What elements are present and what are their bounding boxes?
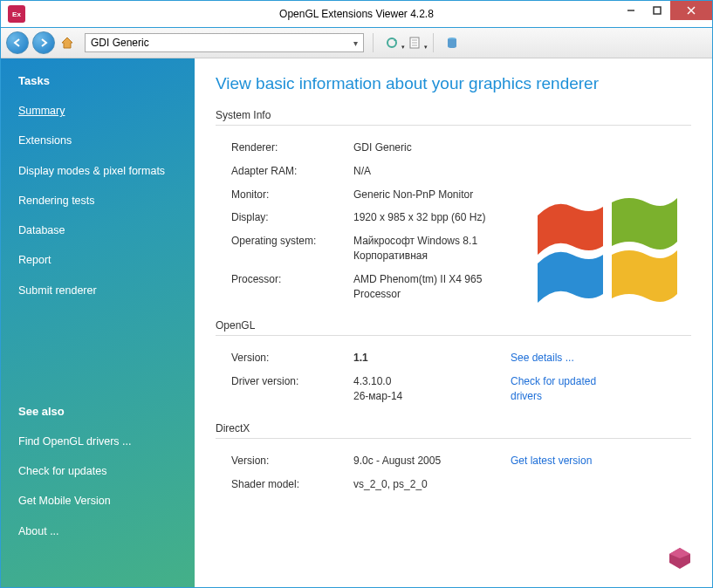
label-renderer: Renderer: — [231, 140, 353, 155]
divider — [216, 335, 691, 336]
opengl-header: OpenGL — [216, 319, 691, 332]
link-see-details[interactable]: See details ... — [511, 351, 574, 366]
value-renderer: GDI Generic — [353, 140, 502, 155]
refresh-button[interactable] — [382, 33, 401, 52]
value-ram: N/A — [353, 164, 502, 179]
label-gl-version: Version: — [231, 351, 353, 366]
value-monitor: Generic Non-PnP Monitor — [353, 188, 502, 202]
forward-button[interactable] — [32, 31, 55, 54]
body-area: Tasks Summary Extensions Display modes &… — [1, 58, 712, 587]
database-icon — [445, 36, 459, 50]
row-dx-shader: Shader model: vs_2_0, ps_2_0 — [216, 473, 691, 496]
sidebar-item-submit-renderer[interactable]: Submit renderer — [1, 276, 195, 305]
label-dx-shader: Shader model: — [231, 477, 353, 492]
arrow-right-icon — [38, 38, 49, 48]
divider — [216, 438, 691, 439]
value-os: Майкрософт Windows 8.1 Корпоративная — [353, 234, 502, 263]
value-gl-driver: 4.3.10.0 26-мар-14 — [353, 374, 502, 404]
windows-logo-icon — [529, 172, 686, 311]
sidebar-tasks-header: Tasks — [1, 71, 195, 96]
label-cpu: Processor: — [231, 272, 353, 287]
minimize-icon — [627, 6, 635, 15]
home-button[interactable] — [58, 34, 76, 51]
sidebar-item-mobile-version[interactable]: Get Mobile Version — [1, 486, 195, 516]
label-gl-driver: Driver version: — [231, 374, 353, 389]
minimize-button[interactable] — [618, 1, 644, 20]
row-gl-version: Version: 1.1 See details ... — [216, 346, 691, 370]
sidebar: Tasks Summary Extensions Display modes &… — [1, 58, 195, 587]
opengl-group: OpenGL Version: 1.1 See details ... Driv… — [216, 319, 691, 407]
link-check-drivers[interactable]: Check for updated drivers — [511, 374, 615, 404]
refresh-icon — [385, 36, 399, 50]
window-title: OpenGL Extensions Viewer 4.2.8 — [279, 8, 434, 20]
label-monitor: Monitor: — [231, 188, 353, 202]
toolbar: GDI Generic — [1, 27, 712, 58]
sidebar-item-database[interactable]: Database — [1, 215, 195, 245]
sidebar-item-extensions[interactable]: Extensions — [1, 126, 195, 155]
row-gl-driver: Driver version: 4.3.10.0 26-мар-14 Check… — [216, 370, 691, 408]
content-area: View basic information about your graphi… — [195, 58, 712, 587]
renderer-dropdown[interactable]: GDI Generic — [85, 33, 364, 52]
directx-group: DirectX Version: 9.0c - August 2005 Get … — [216, 422, 691, 496]
sidebar-seealso-header: See also — [1, 401, 195, 427]
value-gl-version: 1.1 — [353, 351, 502, 366]
label-display: Display: — [231, 210, 353, 225]
sidebar-item-summary[interactable]: Summary — [1, 96, 195, 126]
page-title: View basic information about your graphi… — [216, 74, 691, 93]
label-dx-version: Version: — [231, 454, 353, 468]
value-dx-version: 9.0c - August 2005 — [353, 454, 502, 468]
sidebar-spacer — [1, 305, 195, 401]
close-icon — [687, 6, 696, 15]
link-get-latest[interactable]: Get latest version — [511, 454, 592, 468]
sidebar-item-check-updates[interactable]: Check for updates — [1, 456, 195, 486]
value-display: 1920 x 985 x 32 bpp (60 Hz) — [353, 210, 502, 225]
sidebar-item-report[interactable]: Report — [1, 245, 195, 275]
label-os: Operating system: — [231, 234, 353, 249]
app-window: Ex OpenGL Extensions Viewer 4.2.8 GDI Ge… — [0, 0, 713, 588]
document-icon — [408, 36, 422, 50]
value-cpu: AMD Phenom(tm) II X4 965 Processor — [353, 272, 502, 302]
row-dx-version: Version: 9.0c - August 2005 Get latest v… — [216, 449, 691, 473]
back-button[interactable] — [6, 31, 29, 54]
window-controls — [618, 1, 712, 20]
titlebar[interactable]: Ex OpenGL Extensions Viewer 4.2.8 — [1, 1, 712, 27]
realtech-logo-icon — [667, 545, 693, 571]
label-ram: Adapter RAM: — [231, 164, 353, 179]
toolbar-separator — [433, 33, 434, 52]
maximize-icon — [653, 6, 662, 15]
value-dx-shader: vs_2_0, ps_2_0 — [353, 477, 502, 492]
svg-rect-1 — [654, 7, 661, 14]
sidebar-item-about[interactable]: About ... — [1, 516, 195, 546]
app-icon: Ex — [8, 5, 25, 23]
row-renderer: Renderer: GDI Generic — [216, 136, 691, 160]
home-icon — [60, 36, 74, 50]
maximize-button[interactable] — [644, 1, 670, 20]
directx-header: DirectX — [216, 422, 691, 434]
renderer-dropdown-value: GDI Generic — [91, 37, 149, 49]
divider — [216, 125, 691, 126]
sidebar-item-rendering-tests[interactable]: Rendering tests — [1, 186, 195, 215]
database-button[interactable] — [442, 33, 462, 52]
report-button[interactable] — [405, 33, 424, 52]
sidebar-item-find-drivers[interactable]: Find OpenGL drivers ... — [1, 427, 195, 456]
close-button[interactable] — [670, 1, 712, 20]
arrow-left-icon — [12, 38, 23, 48]
toolbar-separator — [373, 33, 374, 52]
system-info-header: System Info — [216, 109, 691, 121]
sidebar-item-display-modes[interactable]: Display modes & pixel formats — [1, 156, 195, 186]
